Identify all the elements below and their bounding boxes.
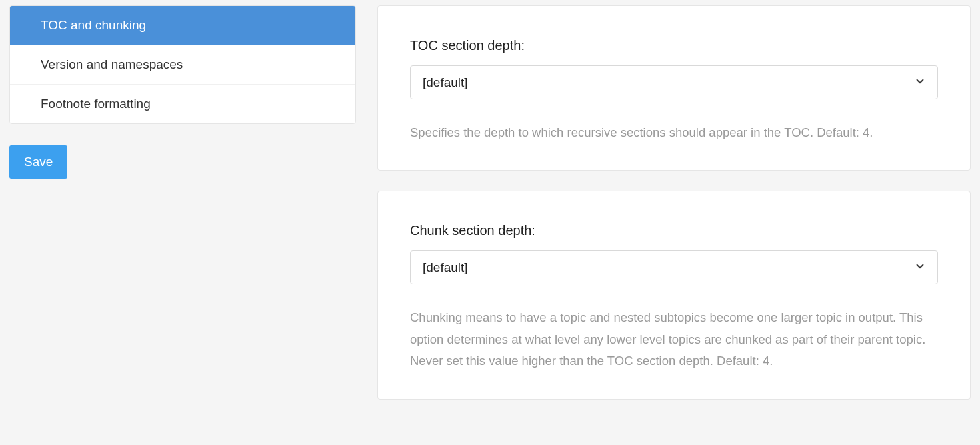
- nav-item-label: TOC and chunking: [41, 18, 146, 32]
- help-text: Chunking means to have a topic and neste…: [410, 307, 938, 372]
- settings-nav: TOC and chunking Version and namespaces …: [9, 5, 356, 124]
- chunk-section-depth-select[interactable]: [default]: [410, 250, 938, 284]
- help-text: Specifies the depth to which recursive s…: [410, 122, 938, 143]
- nav-item-version-namespaces[interactable]: Version and namespaces: [10, 45, 355, 84]
- save-button[interactable]: Save: [9, 145, 67, 179]
- field-label: TOC section depth:: [410, 38, 938, 53]
- nav-item-label: Version and namespaces: [41, 57, 183, 71]
- card-toc-section-depth: TOC section depth: [default] Specifies t…: [377, 5, 971, 171]
- field-label: Chunk section depth:: [410, 223, 938, 238]
- card-chunk-section-depth: Chunk section depth: [default] Chunking …: [377, 191, 971, 399]
- toc-section-depth-select[interactable]: [default]: [410, 65, 938, 99]
- nav-item-label: Footnote formatting: [41, 97, 151, 111]
- nav-item-footnote-formatting[interactable]: Footnote formatting: [10, 84, 355, 123]
- nav-item-toc-chunking[interactable]: TOC and chunking: [10, 6, 355, 45]
